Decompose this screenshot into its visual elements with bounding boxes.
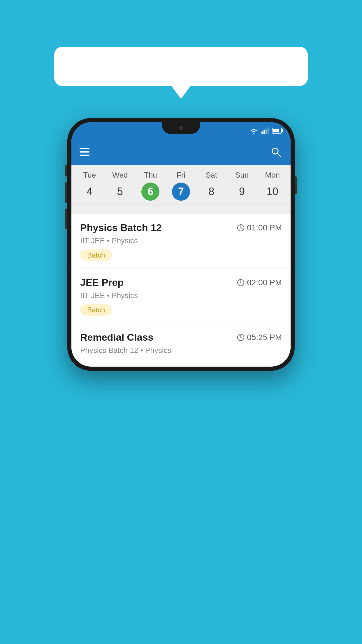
clock-icon — [237, 279, 245, 286]
svg-line-11 — [241, 283, 242, 284]
class-name: Remedial Class — [80, 332, 153, 343]
batch-tag: Batch — [80, 304, 112, 316]
day-name: Sat — [206, 171, 217, 180]
days-row: Tue4Wed5Thu6Fri7Sat8Sun9Mon10 — [71, 171, 291, 204]
day-col-fri[interactable]: Fri7 — [172, 171, 190, 204]
day-col-thu[interactable]: Thu6 — [141, 171, 159, 204]
svg-rect-0 — [261, 132, 263, 134]
wifi-icon — [249, 127, 259, 134]
class-item[interactable]: Physics Batch 1201:00 PMIIT JEE • Physic… — [71, 214, 291, 268]
volume-up-button — [65, 182, 67, 203]
day-number: 8 — [203, 183, 221, 201]
class-name: JEE Prep — [80, 277, 124, 288]
day-name: Fri — [177, 171, 185, 180]
menu-button[interactable] — [80, 148, 89, 156]
day-name: Sun — [235, 171, 249, 180]
status-icons — [249, 127, 282, 134]
status-bar — [71, 122, 291, 139]
day-number: 6 — [141, 183, 159, 201]
day-col-wed[interactable]: Wed5 — [111, 171, 129, 204]
day-name: Thu — [144, 171, 157, 180]
class-detail: IIT JEE • Physics — [80, 291, 282, 300]
battery-fill — [273, 129, 279, 132]
day-col-sat[interactable]: Sat8 — [203, 171, 221, 204]
svg-line-5 — [277, 153, 281, 157]
phone-screen: Tue4Wed5Thu6Fri7Sat8Sun9Mon10 Physics Ba… — [71, 122, 291, 367]
class-list: Physics Batch 1201:00 PMIIT JEE • Physic… — [71, 214, 291, 366]
power-button — [295, 176, 297, 194]
battery-icon — [272, 128, 282, 134]
class-item[interactable]: JEE Prep02:00 PMIIT JEE • PhysicsBatch — [71, 269, 291, 323]
notch — [162, 122, 200, 134]
day-col-tue[interactable]: Tue4 — [80, 171, 99, 204]
clock-icon — [237, 224, 245, 232]
day-number: 10 — [263, 183, 282, 201]
volume-silent-button — [65, 165, 67, 176]
day-name: Wed — [112, 171, 128, 180]
class-header: Remedial Class05:25 PM — [80, 332, 282, 343]
speech-bubble — [54, 47, 308, 86]
class-time: 02:00 PM — [237, 278, 282, 287]
day-name: Tue — [83, 171, 96, 180]
day-col-sun[interactable]: Sun9 — [233, 171, 251, 204]
phone-frame: Tue4Wed5Thu6Fri7Sat8Sun9Mon10 Physics Ba… — [67, 118, 295, 371]
class-item[interactable]: Remedial Class05:25 PMPhysics Batch 12 •… — [71, 323, 291, 366]
class-detail: IIT JEE • Physics — [80, 236, 282, 245]
camera — [179, 126, 183, 130]
batch-tag: Batch — [80, 249, 112, 261]
search-button[interactable] — [270, 146, 282, 158]
clock-icon — [237, 334, 245, 341]
signal-icon — [261, 127, 269, 134]
class-time: 01:00 PM — [237, 223, 282, 232]
day-name: Mon — [265, 171, 280, 180]
calendar-strip: Tue4Wed5Thu6Fri7Sat8Sun9Mon10 — [71, 165, 291, 214]
app-bar — [71, 139, 291, 165]
class-header: JEE Prep02:00 PM — [80, 277, 282, 288]
day-number: 5 — [111, 183, 129, 201]
svg-line-14 — [241, 337, 242, 338]
day-col-mon[interactable]: Mon10 — [263, 171, 282, 204]
svg-line-8 — [241, 228, 242, 229]
speech-bubble-wrapper — [54, 47, 308, 86]
day-number: 9 — [233, 183, 251, 201]
day-number: 7 — [172, 183, 190, 201]
class-header: Physics Batch 1201:00 PM — [80, 222, 282, 233]
svg-rect-3 — [268, 127, 269, 134]
phone-wrapper: Tue4Wed5Thu6Fri7Sat8Sun9Mon10 Physics Ba… — [67, 118, 295, 371]
class-name: Physics Batch 12 — [80, 222, 162, 233]
class-detail: Physics Batch 12 • Physics — [80, 346, 282, 355]
svg-rect-1 — [263, 130, 265, 134]
search-icon — [271, 147, 281, 157]
svg-rect-2 — [266, 129, 267, 134]
volume-down-button — [65, 209, 67, 229]
selected-date-label — [71, 204, 291, 214]
class-time: 05:25 PM — [237, 333, 282, 342]
day-number: 4 — [80, 183, 99, 201]
